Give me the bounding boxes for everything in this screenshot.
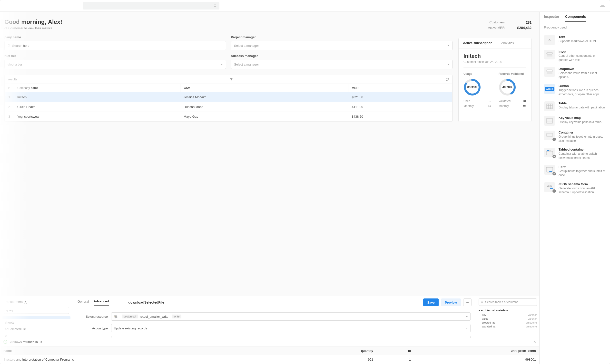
- search-icon: [8, 44, 11, 47]
- svg-line-3: [10, 46, 10, 47]
- pm-select[interactable]: Select a manager: [231, 41, 452, 50]
- sm-select[interactable]: Select a manager: [231, 60, 452, 69]
- dropdown-icon: [544, 67, 555, 77]
- top-stats: Customers281 Active MRR$284,432: [488, 20, 531, 31]
- svg-point-8: [481, 301, 483, 303]
- svg-line-9: [483, 303, 483, 303]
- query-filter-input[interactable]: query: [4, 307, 69, 314]
- usage-donut: 83.33%: [464, 78, 481, 96]
- svg-text:A: A: [549, 38, 551, 41]
- postgres-icon: 🐘: [114, 314, 118, 319]
- query-title: downloadSelectedFile: [128, 300, 164, 304]
- query-list-item[interactable]: sheets: [2, 319, 70, 326]
- svg-text:JSON: JSON: [547, 185, 552, 187]
- component-form[interactable]: +FormGroup inputs together and submit at…: [544, 163, 606, 180]
- filter-pm-label: Project manager: [231, 35, 452, 39]
- chevron-down-icon: [466, 328, 468, 329]
- table-row[interactable]: 1InitechJessica Mohaim$321.50: [5, 92, 452, 102]
- component-dropdown[interactable]: DropdownSelect one value from a list of …: [544, 65, 606, 82]
- svg-rect-14: [547, 55, 553, 56]
- input-icon: [544, 50, 555, 59]
- component-kvmap[interactable]: Key value mapDisplay key value pairs in …: [544, 114, 606, 128]
- search-icon: [481, 301, 484, 304]
- query-list-item[interactable]: adSelectedFile: [2, 326, 70, 332]
- greeting: Good morning, Alex!: [4, 18, 452, 25]
- table-icon: [544, 101, 555, 111]
- chevron-down-icon: [466, 316, 468, 317]
- component-text[interactable]: ATextSupports markdown or HTML.: [544, 33, 606, 47]
- refresh-icon[interactable]: [445, 78, 449, 81]
- stat-label: Active MRR: [488, 26, 505, 30]
- save-button[interactable]: Save: [423, 299, 438, 306]
- results-table: id Company name CSM MRR 1InitechJessica …: [5, 84, 452, 122]
- svg-rect-26: [546, 133, 553, 137]
- component-button[interactable]: ActionButtonTrigger actions like run que…: [544, 82, 606, 99]
- json-icon: JSON+: [544, 182, 555, 192]
- component-json[interactable]: JSON+JSON schema formGenerate forms from…: [544, 180, 606, 197]
- result-row[interactable]: Stucture and Interpretation of Computer …: [0, 355, 539, 364]
- action-type-select[interactable]: Update existing records: [111, 324, 471, 332]
- component-container[interactable]: +ContainerGroup things together into gro…: [544, 128, 606, 145]
- success-icon: ✓: [3, 340, 7, 344]
- results-table-card: results id Company name CSM MRR 1Ini: [4, 75, 452, 122]
- tab-advanced[interactable]: Advanced: [94, 299, 109, 306]
- chevron-down-icon: [221, 64, 223, 65]
- canvas: Customers281 Active MRR$284,432 Good mor…: [0, 12, 539, 364]
- form-icon: +: [544, 165, 555, 175]
- tab-active-subscription[interactable]: Active subscription: [459, 38, 497, 48]
- resource-select[interactable]: 🐘postgresqlretool_emailer_writewrite: [111, 312, 471, 321]
- svg-line-1: [216, 6, 216, 7]
- right-panel: Inspector Components Frequently used ATe…: [539, 12, 610, 364]
- status-bar: ✓ 231 rows returned in 3s ×: [0, 338, 539, 346]
- global-search[interactable]: [83, 2, 219, 10]
- svg-rect-29: [549, 150, 551, 151]
- close-icon[interactable]: ×: [533, 339, 536, 345]
- tab-analytics[interactable]: Analytics: [497, 38, 518, 48]
- result-table: name quantity id unit_price_cents Stuctu…: [0, 346, 539, 364]
- component-table[interactable]: TableDisplay tabular data with paginatio…: [544, 99, 606, 114]
- text-icon: A: [544, 35, 555, 45]
- tab-components[interactable]: Components: [565, 15, 586, 22]
- query-list-item[interactable]: [2, 316, 70, 319]
- schema-search[interactable]: Search tables or columns: [478, 299, 537, 306]
- filter-company-label: pany name: [4, 35, 226, 39]
- svg-rect-28: [547, 150, 549, 151]
- svg-rect-33: [550, 188, 553, 189]
- chevron-down-icon: [447, 45, 449, 46]
- layout-toggle-icon[interactable]: [600, 3, 605, 8]
- customer-since: Customer since Jun 24, 2018: [464, 60, 526, 68]
- button-icon: Action: [544, 84, 555, 94]
- kvmap-icon: [544, 116, 555, 126]
- component-input[interactable]: InputControl other components or queries…: [544, 47, 606, 65]
- query-editor-panel: Transformers (5) query sheetsadSelectedF…: [0, 296, 539, 364]
- subtitle: ct a customer to view their metrics.: [4, 26, 452, 30]
- tab-inspector[interactable]: Inspector: [544, 15, 559, 22]
- preview-button[interactable]: Preview: [441, 299, 461, 306]
- svg-rect-27: [546, 151, 553, 155]
- svg-rect-22: [547, 118, 553, 123]
- filter-icon[interactable]: [230, 78, 233, 81]
- component-tabbed[interactable]: +Tabbed containerContainer with a tab to…: [544, 145, 606, 163]
- table-row[interactable]: 3Yogi sportswearMaya Gao$438.50: [5, 112, 452, 122]
- customer-title: Initech: [464, 53, 526, 59]
- company-search-input[interactable]: [4, 41, 226, 50]
- svg-point-0: [214, 4, 216, 6]
- svg-rect-16: [547, 72, 553, 74]
- records-donut: 40.78%: [499, 78, 516, 96]
- tier-select[interactable]: elect a tier: [4, 60, 226, 69]
- more-button[interactable]: ⋯: [463, 299, 472, 306]
- container-icon: +: [544, 130, 555, 140]
- schema-tree: ▾ ar_internal_metadata keyvarcharvalueva…: [478, 308, 537, 328]
- svg-rect-31: [549, 171, 552, 172]
- svg-rect-12: [547, 52, 553, 54]
- search-icon: [213, 4, 217, 8]
- svg-point-2: [8, 44, 10, 46]
- svg-rect-17: [547, 104, 553, 109]
- table-row[interactable]: 2Circle HealthDuncan Idaho$111.00: [5, 102, 452, 112]
- stat-label: Customers: [489, 20, 505, 24]
- subscription-card: Active subscription Analytics Initech Cu…: [458, 38, 531, 122]
- filter-sm-label: Success manager: [231, 54, 452, 58]
- tab-general[interactable]: General: [78, 300, 89, 305]
- tabbed-icon: +: [544, 148, 555, 157]
- chevron-down-icon: [447, 64, 449, 65]
